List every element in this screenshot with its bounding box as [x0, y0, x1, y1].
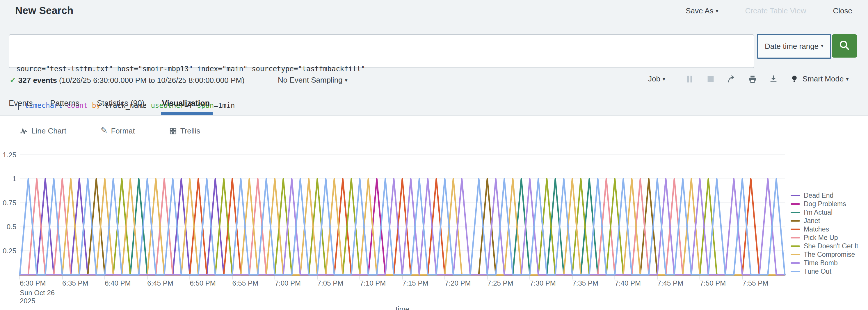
x-axis-label: 7:45 PM	[657, 279, 683, 287]
lightbulb-icon	[788, 75, 800, 84]
x-axis-label: 7:55 PM	[742, 279, 768, 287]
legend-label: She Doesn't Get It	[804, 242, 858, 250]
job-menu-button[interactable]: Job	[648, 74, 665, 84]
tab-statistics[interactable]: Statistics (90)	[97, 99, 145, 112]
result-tabs: Events Patterns Statistics (90) Visualiz…	[9, 99, 227, 112]
legend-item[interactable]: Dog Problems	[790, 200, 858, 208]
chart-legend: Dead EndDog ProblemsI'm ActualJanetMatch…	[790, 191, 858, 276]
legend-item[interactable]: She Doesn't Get It	[790, 242, 858, 250]
search-input[interactable]: source="test-lstfm.txt" host="smoir-mbp1…	[9, 34, 754, 68]
page-title: New Search	[15, 5, 73, 16]
legend-label: Dog Problems	[804, 200, 846, 208]
legend-item[interactable]: Janet	[790, 217, 858, 225]
legend-swatch	[790, 245, 800, 247]
trellis-grid-icon	[169, 127, 177, 135]
search-mode-dropdown[interactable]: Smart Mode	[803, 74, 848, 84]
x-axis-label: 6:40 PM	[105, 279, 131, 287]
legend-swatch	[790, 228, 800, 230]
x-axis-label: 7:25 PM	[487, 279, 513, 287]
legend-item[interactable]: Matches	[790, 225, 858, 234]
visualization-toolbar: Line Chart ✎ Format Trellis	[20, 126, 235, 136]
legend-label: Matches	[804, 225, 829, 233]
x-axis-label: 7:35 PM	[572, 279, 598, 287]
export-download-icon[interactable]	[768, 75, 779, 84]
chart-type-picker[interactable]: Line Chart	[20, 126, 66, 135]
x-axis-title: time	[396, 305, 409, 310]
x-axis-label: 6:50 PM	[190, 279, 216, 287]
x-axis-label: 7:30 PM	[530, 279, 556, 287]
y-axis-label: 1	[0, 175, 16, 183]
legend-label: The Compromise	[804, 251, 855, 258]
legend-swatch	[790, 203, 800, 205]
x-axis-label: 7:40 PM	[615, 279, 641, 287]
y-axis-label: 0.75	[0, 199, 16, 207]
print-icon[interactable]	[747, 75, 758, 84]
x-axis-label: 6:35 PM	[62, 279, 88, 287]
legend-label: I'm Actual	[804, 209, 833, 216]
legend-swatch	[790, 262, 800, 264]
legend-item[interactable]: Tune Out	[790, 267, 858, 276]
y-axis-label: 0.5	[0, 223, 16, 231]
header-actions: Save As Create Table View Close	[686, 6, 852, 16]
x-axis-label: 7:00 PM	[275, 279, 301, 287]
pause-job-icon[interactable]	[684, 75, 695, 83]
format-button[interactable]: ✎ Format	[101, 126, 135, 136]
legend-label: Time Bomb	[804, 259, 838, 267]
tab-events[interactable]: Events	[9, 99, 33, 112]
y-axis-label: 0.25	[0, 247, 16, 255]
trellis-button[interactable]: Trellis	[169, 126, 200, 135]
legend-swatch	[790, 254, 800, 255]
event-count: 327 events	[18, 76, 57, 85]
share-icon[interactable]	[726, 75, 737, 84]
x-axis-date-sublabel: 2025	[20, 297, 35, 305]
event-count-text: 327 events (10/26/25 6:30:00.000 PM to 1…	[9, 75, 245, 85]
legend-item[interactable]: The Compromise	[790, 250, 858, 259]
legend-item[interactable]: Time Bomb	[790, 259, 858, 267]
legend-label: Tune Out	[804, 268, 831, 275]
tab-patterns[interactable]: Patterns	[50, 99, 80, 112]
legend-swatch	[790, 195, 800, 196]
create-table-view-button[interactable]: Create Table View	[745, 6, 806, 16]
legend-swatch	[790, 271, 800, 272]
x-axis-label: 7:50 PM	[700, 279, 726, 287]
x-axis-label: 7:15 PM	[402, 279, 428, 287]
job-controls: Job	[648, 74, 848, 84]
legend-swatch	[790, 212, 800, 213]
x-axis-label: 6:45 PM	[147, 279, 173, 287]
legend-label: Dead End	[804, 192, 833, 199]
job-done-check-icon	[9, 76, 16, 85]
close-button[interactable]: Close	[833, 6, 852, 16]
legend-item[interactable]: I'm Actual	[790, 208, 858, 217]
legend-swatch	[790, 220, 800, 222]
line-chart-icon	[20, 127, 28, 135]
legend-swatch	[790, 237, 800, 239]
date-time-range-picker[interactable]: Date time range	[757, 34, 831, 59]
stop-job-icon[interactable]	[705, 75, 716, 83]
legend-label: Pick Me Up	[804, 234, 838, 242]
status-bar: 327 events (10/26/25 6:30:00.000 PM to 1…	[0, 73, 868, 89]
event-time-range: (10/26/25 6:30:00.000 PM to 10/26/25 8:0…	[59, 76, 244, 85]
x-axis-label: 6:55 PM	[232, 279, 258, 287]
magnifier-icon	[839, 39, 850, 52]
legend-item[interactable]: Dead End	[790, 191, 858, 200]
x-axis-label: 7:20 PM	[445, 279, 471, 287]
save-as-button[interactable]: Save As	[686, 6, 718, 16]
y-axis-label: 1.25	[0, 151, 16, 159]
x-axis-label: 7:05 PM	[317, 279, 343, 287]
legend-item[interactable]: Pick Me Up	[790, 234, 858, 242]
search-submit-button[interactable]	[832, 34, 857, 58]
x-axis-date-sublabel: Sun Oct 26	[20, 289, 55, 297]
event-sampling-dropdown[interactable]: No Event Sampling	[278, 75, 347, 85]
pencil-icon: ✎	[101, 126, 107, 135]
tab-visualization[interactable]: Visualization	[162, 99, 210, 112]
legend-label: Janet	[804, 217, 820, 225]
x-axis-label: 7:10 PM	[360, 279, 386, 287]
x-axis-label: 6:30 PM	[20, 279, 46, 287]
